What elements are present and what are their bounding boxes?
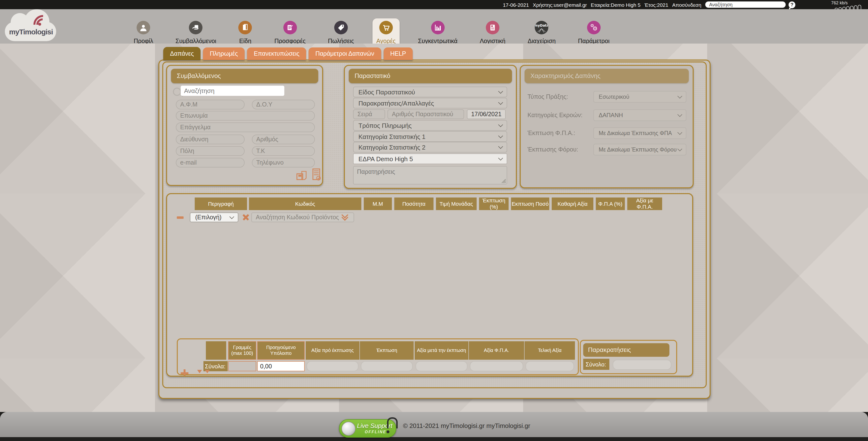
contractor-search-input[interactable] (181, 86, 284, 96)
line-select[interactable]: (Επιλογή) (190, 212, 238, 222)
line-select-value: (Επιλογή) (195, 214, 222, 221)
email-field[interactable] (176, 158, 245, 168)
svg-text:myData: myData (535, 24, 548, 27)
document-panel-title: Παραστατικό (349, 69, 512, 83)
topbar-date: 17-06-2021 (503, 2, 529, 7)
withholdings-value: Παρακρατήσεις/Απαλλαγές (359, 100, 434, 107)
clear-line-icon[interactable] (242, 213, 249, 221)
postal-code-field[interactable] (252, 146, 315, 156)
totals-col-final-value: Τελική Αξία (525, 341, 575, 360)
col-net-value: Καθαρή Αξία (552, 198, 593, 210)
col-code: Κωδικός (249, 198, 361, 210)
branch-select[interactable]: ΕΔΡΑ Demo High 5 (353, 154, 507, 164)
chevron-down-icon (677, 94, 682, 99)
chevron-down-icon (498, 156, 503, 161)
topbar-user: Χρήστης:user@email.gr (533, 2, 587, 7)
chevron-down-icon (498, 133, 503, 138)
city-field[interactable] (176, 146, 245, 156)
totals-final-cell (526, 361, 574, 371)
col-vat-pct: Φ.Π.Α (%) (596, 198, 625, 210)
contractors-icon (189, 21, 203, 34)
document-check-icon[interactable] (312, 168, 321, 181)
doc-number-field[interactable] (388, 109, 464, 119)
totals-panel: Γραμμές (max 100) Προηγούμενο Υπόλοιπο Α… (177, 338, 579, 375)
profile-icon (136, 21, 150, 34)
totals-col-discount: Έκπτωση (360, 341, 414, 360)
nav-prev-icon[interactable] (197, 370, 202, 373)
speed-label: 762 kb/s (827, 0, 848, 5)
tab-help[interactable]: HELP (383, 47, 413, 60)
totals-col-lines: Γραμμές (max 100) (228, 341, 256, 360)
chevron-down-icon (677, 146, 682, 151)
tax-deduction-select[interactable]: Με Δικαίωμα Έκπτωσης Φόρου (593, 144, 686, 156)
tab-reprints[interactable]: Επανεκτυπώσεις (247, 47, 306, 60)
outflow-categories-label: Κατηγορίες Εκροών: (527, 112, 583, 118)
vat-deduction-value: Με Δικαίωμα Έκπτωσης ΦΠΑ (599, 130, 672, 136)
add-line-icon[interactable] (181, 369, 188, 377)
offers-icon (283, 21, 297, 34)
tab-expense-parameters[interactable]: Παράμετροι Δαπανών (309, 47, 381, 60)
phone-field[interactable] (252, 158, 315, 168)
chevron-down-icon (498, 122, 503, 127)
top-bar: 17-06-2021 Χρήστης:user@email.gr Εταιρεί… (0, 0, 868, 9)
topbar-search-input[interactable] (705, 1, 786, 8)
live-support-badge[interactable]: Live Support OFFLINE (339, 419, 396, 438)
doc-type-value: Είδος Παραστατικού (359, 88, 415, 96)
stat-category-2-select[interactable]: Κατηγορία Στατιστικής 2 (353, 142, 507, 152)
totals-col-vat-value: Αξία Φ.Π.Α. (469, 341, 524, 360)
outflow-categories-select[interactable]: ΔΑΠΑΝΗ (593, 109, 686, 121)
doy-field[interactable] (252, 100, 315, 109)
app-window: 17-06-2021 Χρήστης:user@email.gr Εταιρεί… (0, 0, 868, 441)
app-logo[interactable]: myTimologisi (4, 10, 58, 42)
headset-icon (387, 417, 398, 429)
remove-line-icon[interactable] (177, 216, 184, 219)
accounting-doc-icon (486, 21, 499, 34)
logo-title: myTimologisi (4, 28, 58, 36)
help-icon[interactable]: ? (788, 1, 795, 8)
street-number-field[interactable] (252, 135, 315, 144)
totals-col-after-discount: Αξία μετά την έκπτωση (414, 341, 468, 360)
doc-type-select[interactable]: Είδος Παραστατικού (353, 87, 507, 97)
tax-deduction-label: Έκπτωσης Φόρου: (527, 146, 578, 153)
contractor-panel: Συμβαλλόμενος (166, 65, 323, 186)
col-quantity: Ποσότητα (394, 198, 434, 210)
live-support-sphere-icon (341, 421, 355, 436)
expense-panel-title: Χαρακτηρισμός Δαπάνης (525, 69, 689, 83)
doc-date-field[interactable]: 17/06/2021 (467, 109, 506, 119)
afm-field[interactable] (176, 100, 245, 109)
tab-expenses[interactable]: Δαπάνες (163, 47, 200, 60)
mydata-icon: myData (535, 21, 549, 34)
profession-field[interactable] (176, 123, 315, 132)
col-value-with-vat: Αξία με Φ.Π.Α. (627, 198, 662, 210)
notes-textarea[interactable] (353, 166, 507, 184)
summaries-chart-icon (431, 21, 444, 34)
vat-deduction-select[interactable]: Με Δικαίωμα Έκπτωσης ΦΠΑ (593, 127, 686, 139)
save-copy-icon[interactable] (296, 170, 308, 181)
svg-text:⚙: ⚙ (592, 25, 597, 32)
logout-link[interactable]: Αποσύνδεση (672, 2, 702, 7)
product-code-search-input[interactable] (251, 212, 354, 222)
chevron-down-icon (498, 144, 503, 149)
praxis-type-select[interactable]: Εσωτερικού (593, 91, 686, 103)
previous-balance-input[interactable]: 0,00 (257, 361, 305, 371)
totals-before-discount-cell (307, 361, 359, 371)
series-field[interactable] (353, 109, 385, 119)
footer-bottom-strip (0, 437, 868, 441)
withholdings-total-input[interactable] (613, 360, 671, 370)
address-field[interactable] (176, 135, 245, 144)
stat-category-2-value: Κατηγορία Στατιστικής 2 (359, 143, 426, 151)
resize-handle-icon[interactable] (501, 178, 506, 183)
payment-method-select[interactable]: Τρόπος Πληρωμής (353, 120, 507, 131)
chevron-down-icon (498, 89, 503, 94)
company-name-field[interactable] (176, 111, 315, 121)
totals-lines-cell[interactable] (228, 361, 256, 371)
totals-vat-cell (470, 361, 523, 371)
stat-category-1-select[interactable]: Κατηγορία Στατιστικής 1 (353, 131, 507, 142)
copyright-text: © 2011-2021 myTimologisi.gr myTimologisi… (403, 422, 530, 429)
nav-next-icon[interactable] (205, 370, 210, 373)
topbar-year: Έτος:2021 (645, 2, 669, 7)
items-icon (239, 21, 252, 34)
tab-payments[interactable]: Πληρωμές (203, 47, 245, 60)
withholdings-select[interactable]: Παρακρατήσεις/Απαλλαγές (353, 98, 507, 108)
contractor-panel-title: Συμβαλλόμενος (171, 69, 318, 83)
